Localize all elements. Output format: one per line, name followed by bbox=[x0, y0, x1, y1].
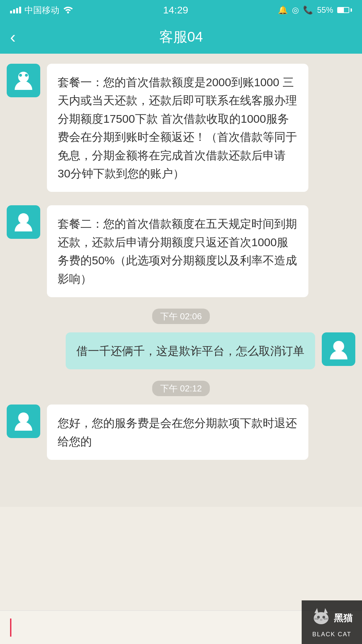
svg-point-1 bbox=[19, 74, 22, 77]
message-row: 借一千还俩千，这是欺诈平台，怎么取消订单 bbox=[7, 332, 355, 369]
message-bubble: 您好，您的服务费是会在您分期款项下款时退还给您的 bbox=[47, 405, 308, 460]
battery-icon bbox=[337, 7, 352, 13]
timestamp-label: 下午 02:06 bbox=[152, 309, 210, 324]
timestamp-label: 下午 02:12 bbox=[152, 381, 210, 396]
svg-point-5 bbox=[18, 413, 29, 423]
bell-icon: 🔔 bbox=[278, 5, 288, 15]
agent-avatar bbox=[7, 64, 40, 97]
time-label: 14:29 bbox=[163, 4, 188, 16]
message-row: 套餐一：您的首次借款额度是2000到账1000 三天内或当天还款，还款后即可联系… bbox=[7, 64, 355, 192]
message-text: 套餐二：您的首次借款额度在五天规定时间到期还款，还款后申请分期额度只返还首次10… bbox=[58, 217, 297, 285]
timestamp: 下午 02:06 bbox=[7, 311, 355, 322]
battery-label: 55% bbox=[317, 5, 333, 15]
svg-marker-7 bbox=[314, 608, 318, 614]
watermark-brand: 黑猫 bbox=[334, 612, 353, 625]
signal-icon bbox=[10, 7, 21, 13]
svg-point-10 bbox=[322, 616, 325, 619]
watermark-sublabel: BLACK CAT bbox=[312, 631, 352, 638]
message-text: 套餐一：您的首次借款额度是2000到账1000 三天内或当天还款，还款后即可联系… bbox=[58, 76, 297, 180]
text-cursor bbox=[10, 619, 11, 637]
svg-point-2 bbox=[25, 74, 28, 77]
svg-point-3 bbox=[18, 213, 29, 224]
header: ‹ 客服04 bbox=[0, 20, 362, 54]
carrier-label: 中国移动 bbox=[24, 4, 59, 16]
message-bubble: 套餐一：您的首次借款额度是2000到账1000 三天内或当天还款，还款后即可联系… bbox=[47, 64, 308, 192]
svg-point-0 bbox=[18, 72, 29, 83]
svg-point-6 bbox=[314, 612, 328, 624]
status-right: 🔔 ◎ 📞 55% bbox=[278, 5, 352, 15]
svg-point-9 bbox=[317, 616, 320, 619]
svg-point-11 bbox=[320, 619, 322, 621]
timestamp: 下午 02:12 bbox=[7, 383, 355, 394]
wifi-icon bbox=[63, 5, 73, 16]
status-bar: 中国移动 14:29 🔔 ◎ 📞 55% bbox=[0, 0, 362, 20]
watermark: 黑猫 BLACK CAT bbox=[302, 600, 362, 644]
message-bubble: 套餐二：您的首次借款额度在五天规定时间到期还款，还款后申请分期额度只返还首次10… bbox=[47, 205, 308, 297]
svg-marker-8 bbox=[324, 608, 328, 614]
message-row: 套餐二：您的首次借款额度在五天规定时间到期还款，还款后申请分期额度只返还首次10… bbox=[7, 205, 355, 297]
message-row: 您好，您的服务费是会在您分期款项下款时退还给您的 bbox=[7, 405, 355, 460]
chat-area: 套餐一：您的首次借款额度是2000到账1000 三天内或当天还款，还款后即可联系… bbox=[0, 54, 362, 507]
agent-avatar bbox=[7, 205, 40, 239]
svg-point-4 bbox=[333, 341, 344, 352]
svg-line-14 bbox=[314, 619, 318, 620]
message-text: 您好，您的服务费是会在您分期款项下款时退还给您的 bbox=[58, 417, 297, 447]
cat-icon bbox=[311, 606, 331, 630]
location-icon: ◎ bbox=[292, 5, 299, 15]
page-title: 客服04 bbox=[159, 28, 203, 46]
agent-avatar bbox=[7, 405, 40, 438]
back-button[interactable]: ‹ bbox=[10, 29, 16, 45]
status-left: 中国移动 bbox=[10, 4, 73, 16]
user-avatar bbox=[322, 332, 355, 366]
phone-icon: 📞 bbox=[303, 5, 313, 15]
message-text: 借一千还俩千，这是欺诈平台，怎么取消订单 bbox=[76, 344, 304, 357]
message-bubble: 借一千还俩千，这是欺诈平台，怎么取消订单 bbox=[66, 332, 315, 369]
svg-line-15 bbox=[324, 619, 328, 620]
